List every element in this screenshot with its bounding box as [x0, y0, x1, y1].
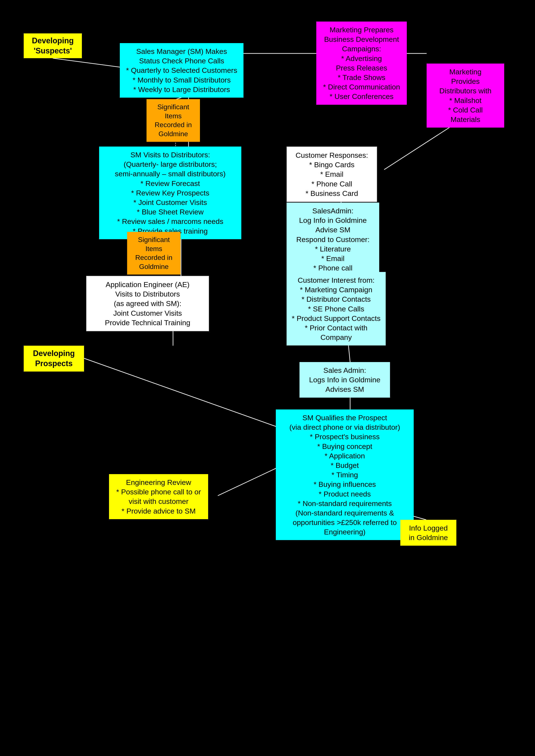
significant-items-1-box: Significant Items Recorded in Goldmine — [147, 99, 200, 142]
flow-diagram: Developing 'Suspects' Marketing Prepares… — [0, 0, 535, 756]
sales-manager-calls-box: Sales Manager (SM) Makes Status Check Ph… — [120, 43, 243, 98]
customer-interest-box: Customer Interest from: * Marketing Camp… — [287, 272, 386, 346]
sales-admin-logs-box: Sales Admin: Logs Info in Goldmine Advis… — [299, 362, 390, 398]
sm-visits-box: SM Visits to Distributors: (Quarterly- l… — [99, 147, 241, 239]
developing-prospects-box: Developing Prospects — [24, 346, 84, 372]
ae-visits-box: Application Engineer (AE) Visits to Dist… — [86, 276, 209, 331]
developing-suspects-box: Developing 'Suspects' — [24, 33, 82, 58]
marketing-prepares-box: Marketing Prepares Business Development … — [316, 21, 407, 105]
engineering-review-box: Engineering Review * Possible phone call… — [109, 474, 208, 519]
sales-admin-log-box: SalesAdmin: Log Info in Goldmine Advise … — [287, 203, 379, 276]
sm-qualifies-box: SM Qualifies the Prospect (via direct ph… — [276, 409, 414, 540]
significant-items-2-box: Significant Items Recorded in Goldmine — [127, 232, 181, 274]
marketing-provides-box: Marketing Provides Distributors with * M… — [427, 64, 504, 127]
svg-line-12 — [82, 357, 289, 431]
info-logged-goldmine-box: Info Logged in Goldmine — [400, 520, 456, 546]
customer-responses-box: Customer Responses: * Bingo Cards * Emai… — [287, 147, 377, 202]
